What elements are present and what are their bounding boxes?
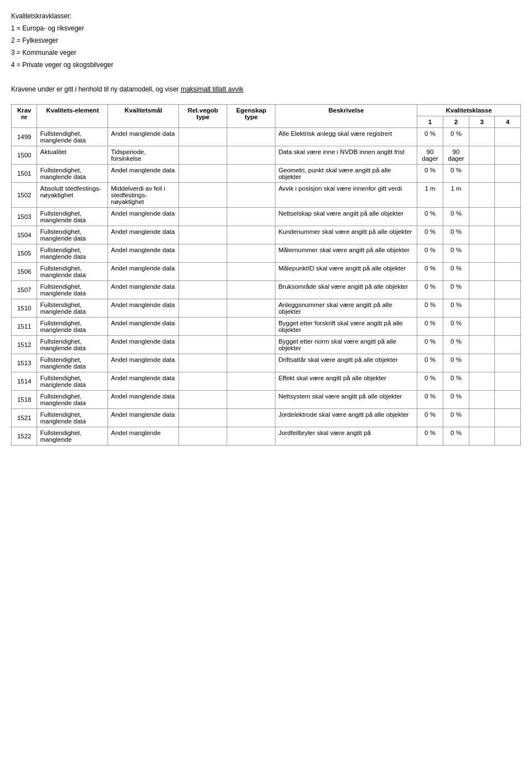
k1-cell: 0 %	[417, 354, 443, 372]
egenskaptype-cell	[227, 263, 275, 281]
kravnr-cell: 1504	[12, 226, 37, 244]
maal-cell: Andel manglende data	[108, 128, 179, 146]
maal-cell: Andel manglende data	[108, 281, 179, 299]
beskrivelse-cell: MålepunktID skal være angitt på alle obj…	[275, 263, 417, 281]
beskrivelse-cell: Målernummer skal være angitt på alle obj…	[275, 244, 417, 263]
egenskaptype-cell	[227, 318, 275, 336]
maal-cell: Andel manglende data	[108, 208, 179, 226]
kravnr-cell: 1501	[12, 165, 37, 183]
intro-line-6	[11, 72, 521, 82]
kravnr-cell: 1505	[12, 244, 37, 263]
k3-cell	[469, 165, 494, 183]
maal-cell: Andel manglende data	[108, 409, 179, 427]
vegobtype-cell	[179, 409, 227, 427]
header-vegobtype: Rel.vegob type	[179, 105, 227, 128]
maal-cell: Middelverdi av feil i stedfestings-nøyak…	[108, 183, 179, 208]
k2-cell: 0 %	[443, 165, 469, 183]
k3-cell	[469, 336, 494, 354]
kravnr-cell: 1522	[12, 427, 37, 446]
maal-cell: Andel manglende data	[108, 354, 179, 372]
vegobtype-cell	[179, 128, 227, 146]
k1-cell: 0 %	[417, 299, 443, 318]
k1-cell: 0 %	[417, 128, 443, 146]
k3-cell	[469, 183, 494, 208]
beskrivelse-cell: Kundenummer skal være angitt på alle obj…	[275, 226, 417, 244]
element-cell: Fullstendighet, manglende data	[37, 409, 108, 427]
k1-cell: 0 %	[417, 226, 443, 244]
k2-cell: 0 %	[443, 244, 469, 263]
header-kvalitetsklasse: Kvalitetsklasse	[417, 105, 521, 116]
k4-cell	[495, 409, 521, 427]
header-egenskaptype: Egenskap type	[227, 105, 275, 128]
element-cell: Absolutt stedfestings-nøyaktighet	[37, 183, 108, 208]
k2-cell: 0 %	[443, 354, 469, 372]
k1-cell: 0 %	[417, 263, 443, 281]
table-row: 1504Fullstendighet, manglende dataAndel …	[12, 226, 521, 244]
intro-line-4: 3 = Kommunale veger	[11, 48, 521, 58]
maal-cell: Andel manglende data	[108, 263, 179, 281]
maal-cell: Andel manglende data	[108, 244, 179, 263]
vegobtype-cell	[179, 226, 227, 244]
k3-cell	[469, 354, 494, 372]
k2-cell: 0 %	[443, 409, 469, 427]
kravnr-cell: 1511	[12, 318, 37, 336]
table-row: 1501Fullstendighet, manglende dataAndel …	[12, 165, 521, 183]
egenskaptype-cell	[227, 336, 275, 354]
k4-cell	[495, 128, 521, 146]
k1-cell: 0 %	[417, 318, 443, 336]
header-element: Kvalitets-element	[37, 105, 108, 128]
vegobtype-cell	[179, 208, 227, 226]
k4-cell	[495, 208, 521, 226]
k3-cell	[469, 146, 494, 165]
k4-cell	[495, 165, 521, 183]
table-row: 1506Fullstendighet, manglende dataAndel …	[12, 263, 521, 281]
egenskaptype-cell	[227, 281, 275, 299]
maal-cell: Andel manglende data	[108, 336, 179, 354]
kravnr-cell: 1512	[12, 336, 37, 354]
k3-cell	[469, 427, 494, 446]
table-row: 1518Fullstendighet, manglende dataAndel …	[12, 391, 521, 409]
intro-line-1: Kvalitetskravklasser:	[11, 11, 521, 21]
k1-cell: 0 %	[417, 165, 443, 183]
k3-cell	[469, 244, 494, 263]
k4-cell	[495, 146, 521, 165]
k1-cell: 0 %	[417, 427, 443, 446]
vegobtype-cell	[179, 281, 227, 299]
beskrivelse-cell: Nettsystem skal være angitt på alle obje…	[275, 391, 417, 409]
k2-cell: 1 m	[443, 183, 469, 208]
intro-line-7: Kravene under er gitt i henhold til ny d…	[11, 84, 521, 94]
k2-cell: 0 %	[443, 372, 469, 391]
kravnr-cell: 1518	[12, 391, 37, 409]
egenskaptype-cell	[227, 354, 275, 372]
table-row: 1503Fullstendighet, manglende dataAndel …	[12, 208, 521, 226]
table-row: 1502Absolutt stedfestings-nøyaktighetMid…	[12, 183, 521, 208]
egenskaptype-cell	[227, 146, 275, 165]
element-cell: Fullstendighet, manglende data	[37, 244, 108, 263]
beskrivelse-cell: Anleggsnummer skal være angitt på alle o…	[275, 299, 417, 318]
k4-cell	[495, 427, 521, 446]
vegobtype-cell	[179, 354, 227, 372]
k4-cell	[495, 372, 521, 391]
k1-cell: 0 %	[417, 391, 443, 409]
k3-cell	[469, 263, 494, 281]
k4-cell	[495, 318, 521, 336]
k4-cell	[495, 263, 521, 281]
beskrivelse-cell: Jordfeilbryter skal være angitt på	[275, 427, 417, 446]
egenskaptype-cell	[227, 128, 275, 146]
table-row: 1513Fullstendighet, manglende dataAndel …	[12, 354, 521, 372]
k3-cell	[469, 409, 494, 427]
k1-cell: 0 %	[417, 409, 443, 427]
egenskaptype-cell	[227, 183, 275, 208]
kravnr-cell: 1513	[12, 354, 37, 372]
k3-cell	[469, 299, 494, 318]
vegobtype-cell	[179, 165, 227, 183]
table-row: 1507Fullstendighet, manglende dataAndel …	[12, 281, 521, 299]
vegobtype-cell	[179, 336, 227, 354]
element-cell: Fullstendighet, manglende data	[37, 281, 108, 299]
vegobtype-cell	[179, 183, 227, 208]
element-cell: Fullstendighet, manglende data	[37, 165, 108, 183]
beskrivelse-cell: Bruksområde skal være angitt på alle obj…	[275, 281, 417, 299]
beskrivelse-cell: Jordelektrode skal være angitt på alle o…	[275, 409, 417, 427]
egenskaptype-cell	[227, 244, 275, 263]
k3-cell	[469, 208, 494, 226]
